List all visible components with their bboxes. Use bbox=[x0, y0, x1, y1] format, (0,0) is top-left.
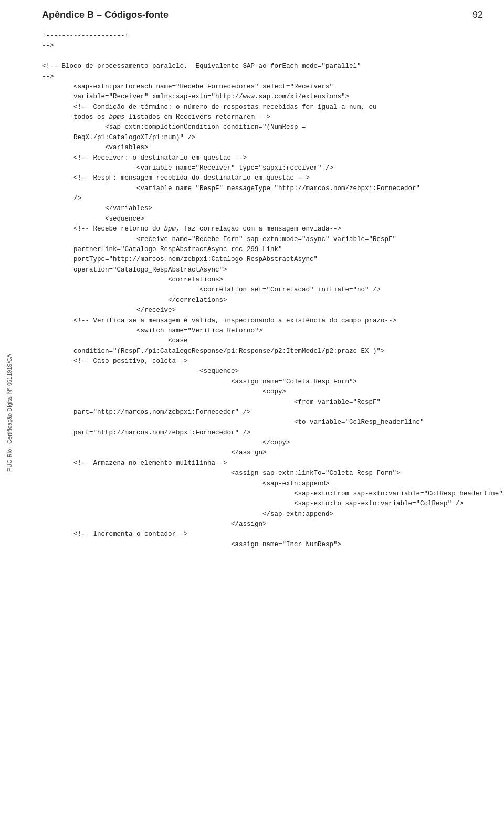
side-label: PUC-Rio - Certificação Digital Nº 061191… bbox=[6, 354, 13, 472]
page-header: Apêndice B – Códigos-fonte 92 bbox=[0, 0, 504, 26]
code-content: +--------------------+ --> <!-- Bloco de… bbox=[0, 26, 504, 560]
code-block: +--------------------+ --> <!-- Bloco de… bbox=[42, 31, 483, 550]
page-number: 92 bbox=[472, 9, 483, 20]
page-title: Apêndice B – Códigos-fonte bbox=[42, 9, 169, 20]
